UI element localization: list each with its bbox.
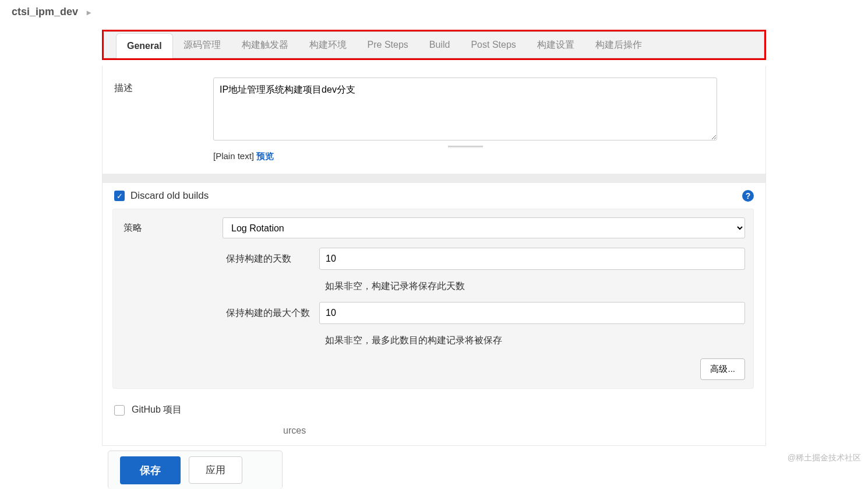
description-label: 描述 xyxy=(114,78,213,94)
section-divider xyxy=(103,174,765,183)
breadcrumb: ctsi_ipm_dev ▸ xyxy=(0,0,868,24)
advanced-button[interactable]: 高级... xyxy=(700,358,745,380)
max-builds-input[interactable] xyxy=(319,302,745,324)
tab-scm[interactable]: 源码管理 xyxy=(173,32,231,58)
tab-triggers[interactable]: 构建触发器 xyxy=(231,32,299,58)
partial-row: urces xyxy=(114,425,754,436)
tab-pre-steps[interactable]: Pre Steps xyxy=(357,32,419,58)
preview-link[interactable]: 预览 xyxy=(256,151,274,161)
discard-old-builds-checkbox[interactable]: ✓ xyxy=(114,191,125,201)
tab-build-settings[interactable]: 构建设置 xyxy=(527,32,585,58)
form-area: 描述 IP地址管理系统构建项目dev分支 [Plain text] 预览 ✓ D… xyxy=(102,66,766,446)
max-builds-label: 保持构建的最大个数 xyxy=(220,307,319,319)
description-format-row: [Plain text] 预览 xyxy=(213,151,754,162)
apply-button[interactable]: 应用 xyxy=(189,456,242,484)
partial-text: urces xyxy=(283,425,306,436)
tabs-highlight-box: General 源码管理 构建触发器 构建环境 Pre Steps Build … xyxy=(102,30,766,60)
watermark: @稀土掘金技术社区 xyxy=(788,453,861,463)
tab-bar: General 源码管理 构建触发器 构建环境 Pre Steps Build … xyxy=(104,31,764,58)
github-project-checkbox[interactable] xyxy=(114,405,125,416)
github-project-row: GitHub 项目 xyxy=(114,404,754,416)
strategy-select[interactable]: Log Rotation xyxy=(223,217,745,238)
description-textarea[interactable]: IP地址管理系统构建项目dev分支 xyxy=(213,78,717,140)
breadcrumb-title[interactable]: ctsi_ipm_dev xyxy=(12,6,78,17)
chevron-right-icon: ▸ xyxy=(87,8,91,17)
tab-env[interactable]: 构建环境 xyxy=(299,32,357,58)
days-to-keep-label: 保持构建的天数 xyxy=(220,253,319,265)
tab-post-steps[interactable]: Post Steps xyxy=(460,32,526,58)
days-to-keep-input[interactable] xyxy=(319,248,745,270)
discard-settings-block: 策略 Log Rotation 保持构建的天数 如果非空，构建记录将保存此天数 … xyxy=(112,209,754,389)
tab-general[interactable]: General xyxy=(116,33,173,58)
discard-old-builds-label: Discard old builds xyxy=(130,190,209,202)
tab-post-build[interactable]: 构建后操作 xyxy=(585,32,652,58)
max-builds-help: 如果非空，最多此数目的构建记录将被保存 xyxy=(325,335,745,347)
save-button[interactable]: 保存 xyxy=(120,456,181,484)
save-bar: 保存 应用 xyxy=(108,451,283,489)
help-icon[interactable]: ? xyxy=(742,190,754,202)
discard-old-builds-row: ✓ Discard old builds ? xyxy=(114,190,754,202)
tab-build[interactable]: Build xyxy=(419,32,461,58)
github-project-label: GitHub 项目 xyxy=(132,404,182,416)
plain-text-label: [Plain text] xyxy=(213,151,254,161)
textarea-resize-bar[interactable] xyxy=(213,146,717,149)
strategy-label: 策略 xyxy=(121,222,223,234)
days-to-keep-help: 如果非空，构建记录将保存此天数 xyxy=(325,280,745,293)
